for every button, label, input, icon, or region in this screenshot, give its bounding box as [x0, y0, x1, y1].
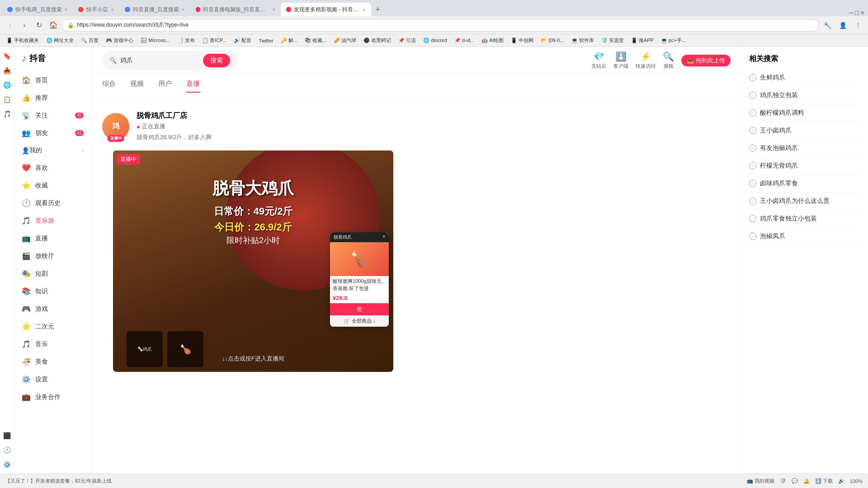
bookmark-twitter[interactable]: Twitter: [256, 37, 276, 44]
tab-4-close[interactable]: ×: [272, 7, 275, 12]
nav-item-food[interactable]: 🍜 美食: [14, 353, 91, 371]
bookmark-item[interactable]: 🔊 配音: [231, 36, 254, 45]
nav-item-live[interactable]: 📺 直播: [14, 230, 91, 247]
bookmark-item[interactable]: 🌐 网址大全: [43, 36, 76, 45]
browser-sidebar-icon[interactable]: 🕐: [2, 445, 13, 455]
bookmark-item[interactable]: 🔍 百度: [78, 36, 101, 45]
bookmark-item[interactable]: 📌 d-id...: [452, 37, 477, 44]
tab-1[interactable]: 快手电商_百度搜索 ×: [2, 3, 73, 16]
nav-item-my[interactable]: 👤 我的 ›: [14, 142, 91, 159]
nav-item-collect[interactable]: ⭐ 收藏: [14, 177, 91, 194]
product-card[interactable]: 脱骨鸡爪 × 🍗 酸辣脆爽1000g甜辣无... 香菜脆·坏了包退 ¥26.9 …: [330, 232, 389, 327]
bookmark-item[interactable]: ⚫ 老黑鳄记: [361, 36, 394, 45]
bookmark-item[interactable]: 📑 发布: [175, 36, 198, 45]
diamond-icon-group[interactable]: 💎 充钻石: [591, 51, 606, 70]
bookmark-item[interactable]: 🎮 游戏中心: [103, 36, 136, 45]
status-chat-icon[interactable]: 💬: [792, 478, 798, 484]
bookmark-item[interactable]: 🔑 解...: [278, 36, 300, 45]
all-products-button[interactable]: 🛒 全部商品 ›: [330, 315, 389, 327]
search-button[interactable]: 搜索: [203, 54, 230, 67]
nav-item-business[interactable]: 💼 业务合作: [14, 388, 91, 406]
status-download-icon[interactable]: ⬇️ 下载: [815, 478, 833, 484]
nav-item-settings[interactable]: ⚙️ 设置: [14, 371, 91, 388]
nav-item-game[interactable]: 🎮 游戏: [14, 300, 91, 318]
subnav-comprehensive[interactable]: 综合: [102, 80, 116, 93]
close-button[interactable]: ×: [861, 9, 864, 16]
bookmark-item[interactable]: 📱 推APP: [628, 36, 656, 45]
video-player[interactable]: 直播中 脱骨大鸡爪 日常价：49元/2斤 今日价：26.9/2斤 限: [113, 150, 393, 372]
nav-item-drama[interactable]: 🎭 短剧: [14, 265, 91, 282]
status-shield-icon[interactable]: 🛡️: [780, 478, 786, 484]
browser-sidebar-icon[interactable]: 🔖: [2, 51, 13, 61]
subnav-video[interactable]: 视频: [130, 80, 144, 93]
tab-3[interactable]: 抖音直播_百度搜索 ×: [119, 3, 190, 16]
reload-button[interactable]: ↻: [33, 19, 45, 32]
profile-icon[interactable]: 👤: [836, 19, 849, 32]
address-bar[interactable]: 🔒: [61, 19, 819, 32]
browser-sidebar-icon[interactable]: 🌐: [2, 80, 13, 90]
status-volume-icon[interactable]: 🔊: [838, 478, 844, 484]
search-input[interactable]: [120, 57, 199, 64]
nav-item-music2[interactable]: 🎵 音乐: [14, 335, 91, 353]
tab-4[interactable]: 抖音直播电脑版_抖音直播网页版 ×: [190, 3, 281, 16]
bookmark-item[interactable]: 🛡️ 安选堂: [599, 36, 627, 45]
bookmark-item[interactable]: 📂 [09-0...: [538, 37, 566, 44]
bookmark-item[interactable]: 🤖 AI绘图: [479, 36, 506, 45]
home-button[interactable]: 🏠: [47, 19, 60, 32]
bookmark-item[interactable]: 🥜 油汽球: [331, 36, 359, 45]
tab-3-close[interactable]: ×: [182, 7, 184, 12]
nav-item-likes[interactable]: ❤️ 喜欢: [14, 159, 91, 177]
related-item-2[interactable]: ○ 酸柠檬鸡爪调料: [749, 104, 861, 122]
related-item-6[interactable]: ○ 卤味鸡爪零食: [749, 175, 861, 192]
status-video-label[interactable]: 📺 我的视频: [747, 478, 774, 484]
nav-item-knowledge[interactable]: 📚 知识: [14, 282, 91, 300]
nav-item-history[interactable]: 🕐 观看历史: [14, 194, 91, 212]
bookmark-item[interactable]: 📱 中创网: [508, 36, 536, 45]
nav-item-recommend[interactable]: 👍 推荐: [14, 89, 91, 107]
live-upload-button[interactable]: 📤 拖到此上传: [681, 55, 731, 66]
bookmark-item[interactable]: 🪟 Microso...: [138, 37, 173, 44]
subnav-user[interactable]: 用户: [158, 80, 172, 93]
tab-1-close[interactable]: ×: [65, 7, 67, 12]
tab-2-close[interactable]: ×: [111, 7, 113, 12]
forward-button[interactable]: ›: [18, 19, 31, 32]
tab-5-close[interactable]: ×: [363, 7, 365, 12]
tab-5[interactable]: 发现更多精彩视频 - 抖音搜索 ×: [281, 3, 371, 16]
related-item-1[interactable]: ○ 鸡爪独立包装: [749, 87, 861, 104]
status-bell-icon[interactable]: 🔔: [803, 478, 810, 484]
related-item-9[interactable]: ○ 泡椒凤爪: [749, 228, 861, 245]
nav-item-friends[interactable]: 👥 朋友 41: [14, 124, 91, 142]
product-card-close[interactable]: ×: [382, 234, 385, 240]
search-header-icon-group[interactable]: 🔍 搜狐: [663, 51, 674, 70]
nav-item-follow[interactable]: 📡 关注 45: [14, 107, 91, 124]
bookmark-item[interactable]: 📚 收藏...: [302, 36, 329, 45]
download-icon-group[interactable]: ⬇️ 客户端: [613, 51, 628, 70]
related-item-3[interactable]: ○ 王小卤鸡爪: [749, 122, 861, 140]
more-icon[interactable]: ⋮: [852, 19, 864, 32]
bookmark-item[interactable]: 📋 查ICP...: [199, 36, 229, 45]
nav-item-home[interactable]: 🏠 首页: [14, 71, 91, 89]
bookmark-item[interactable]: 📱 手机收藏夹: [4, 36, 42, 45]
quick-access-icon-group[interactable]: ⚡ 快速访问: [636, 51, 656, 70]
nav-item-music[interactable]: 🎵 音乐游: [14, 212, 91, 230]
bookmark-item[interactable]: 💻 pc+手...: [658, 36, 689, 45]
browser-sidebar-icon[interactable]: 🎵: [2, 108, 13, 119]
search-box[interactable]: 🔍 搜索: [102, 51, 238, 70]
browser-sidebar-icon[interactable]: ⬛: [2, 430, 13, 441]
related-item-5[interactable]: ○ 柠檬无骨鸡爪: [749, 157, 861, 175]
subnav-live[interactable]: 直播: [186, 80, 200, 93]
product-buy-button[interactable]: 抢: [330, 303, 389, 315]
minimize-button[interactable]: ─: [849, 9, 853, 16]
avatar[interactable]: 鸡 直播中: [102, 113, 129, 140]
related-item-0[interactable]: ○ 生鲜鸡爪: [749, 69, 861, 87]
maximize-button[interactable]: □: [855, 9, 859, 16]
back-button[interactable]: ‹: [4, 19, 16, 32]
extensions-icon[interactable]: 🔧: [821, 19, 834, 32]
related-item-4[interactable]: ○ 有友泡椒鸡爪: [749, 140, 861, 157]
browser-sidebar-icon[interactable]: ⚙️: [2, 459, 13, 470]
browser-sidebar-icon[interactable]: 📋: [2, 94, 13, 105]
bookmark-item[interactable]: 📌 引流: [396, 36, 419, 45]
nav-item-anime[interactable]: 🌟 二次元: [14, 318, 91, 335]
new-tab-button[interactable]: +: [371, 3, 385, 16]
bookmark-item[interactable]: 💻 软件库: [569, 36, 597, 45]
